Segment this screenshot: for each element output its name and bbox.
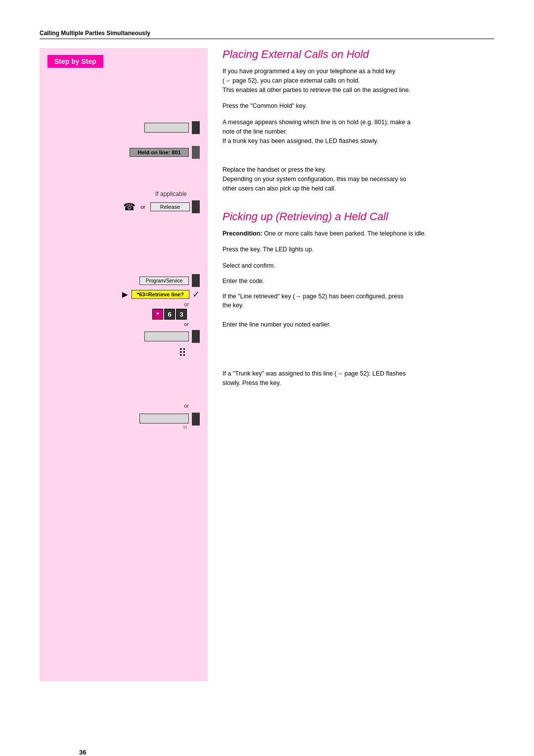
pickup-step5-block: Enter the line number you noted earlier.	[222, 320, 494, 330]
checkmark-icon: ✓	[192, 289, 200, 300]
pickup-step3-block: Enter the code.	[222, 277, 494, 286]
keypad-grid-icon: ⠿	[178, 347, 187, 359]
left-sidebar: Step by Step Held on line: 801 If applic…	[40, 48, 208, 681]
step1-block: Press the "Common Hold" key.	[222, 101, 494, 111]
arrow-right-3: →	[337, 370, 343, 377]
precondition-block: Precondition: One or more calls have bee…	[222, 229, 494, 238]
pickup-step2-text: Select and confirm.	[222, 261, 494, 271]
key-star: *	[152, 309, 163, 320]
or-label-1: or	[47, 301, 200, 307]
or-handset: or	[140, 204, 145, 210]
release-indicator	[192, 200, 200, 213]
step2-text: A message appears showing which line is …	[222, 118, 494, 145]
handset-release-row: ☎ or Release	[47, 200, 200, 213]
common-hold-key-row	[47, 121, 200, 134]
page-header: Calling Multiple Parties Simultaneously	[40, 30, 494, 39]
pickup-step2-block: Select and confirm.	[222, 261, 494, 271]
retrieve-line-box: *63=Retrieve line?	[132, 290, 189, 299]
arrow-marker: ▶	[122, 290, 128, 298]
line-retrieved-key	[144, 331, 189, 341]
intro-line2: (→ page 52), you can place external call…	[222, 77, 360, 84]
section1-title: Placing External Calls on Hold	[222, 48, 494, 61]
header-title: Calling Multiple Parties Simultaneously	[40, 30, 150, 37]
pickup-step3-text: Enter the code.	[222, 277, 494, 286]
held-on-line-box: Held on line: 801	[130, 148, 189, 157]
step1-text: Press the "Common Hold" key.	[222, 101, 494, 111]
pickup-step1-text: Press the key. The LED lights up.	[222, 245, 494, 254]
key-indicator-1	[192, 121, 200, 134]
if-applicable-label: If applicable	[47, 190, 200, 197]
retrieve-line-row: ▶ *63=Retrieve line? ✓	[47, 289, 200, 300]
section-placing-calls: Placing External Calls on Hold If you ha…	[222, 48, 494, 193]
precondition-bold: Precondition:	[222, 230, 263, 237]
right-content: Placing External Calls on Hold If you ha…	[208, 48, 494, 681]
trunk-key-row: ⌇⌇	[47, 413, 200, 425]
section-picking-up: Picking up (Retrieving) a Held Call Prec…	[222, 210, 494, 388]
page-number: 36	[79, 749, 86, 756]
pickup-step4-text: If the "Line retrieved" key (→ page 52) …	[222, 292, 494, 311]
keypad-grid-area: ⠿	[47, 347, 200, 360]
pickup-step4-block: If the "Line retrieved" key (→ page 52) …	[222, 292, 494, 311]
held-indicator	[192, 146, 200, 159]
trunk-key	[139, 414, 189, 424]
line-retrieved-key-row	[47, 330, 200, 343]
step2-block: A message appears showing which line is …	[222, 118, 494, 145]
step3-block: Replace the handset or press the key. De…	[222, 165, 494, 193]
program-service-key: Program/Service	[139, 277, 189, 285]
common-hold-key	[144, 123, 189, 133]
step-by-step-banner: Step by Step	[47, 55, 103, 68]
trunk-indicator-square	[192, 413, 200, 425]
pickup-step6-text: If a "Trunk key" was assigned to this li…	[222, 369, 494, 388]
program-service-row: Program/Service	[47, 274, 200, 287]
keypad-code-row: * 6 3	[47, 309, 200, 320]
handset-icon: ☎	[123, 201, 135, 213]
held-on-line-row: Held on line: 801	[47, 146, 200, 159]
release-key: Release	[150, 202, 190, 211]
arrow-right-1: →	[224, 77, 231, 84]
arrow-right-2: →	[295, 293, 301, 300]
line-retrieved-indicator	[192, 330, 200, 343]
intro-line1: If you have programmed a key on your tel…	[222, 68, 396, 75]
section2-title: Picking up (Retrieving) a Held Call	[222, 210, 494, 223]
main-layout: Step by Step Held on line: 801 If applic…	[40, 48, 494, 681]
intro-line3: This enables all other parties to retrie…	[222, 87, 410, 94]
step3-text: Replace the handset or press the key. De…	[222, 165, 494, 193]
or-label-3: or	[47, 403, 200, 409]
program-service-indicator	[192, 274, 200, 287]
trunk-indicator: ⌇⌇	[183, 425, 187, 430]
pickup-step1-block: Press the key. The LED lights up.	[222, 245, 494, 254]
key-six: 6	[164, 309, 175, 320]
precondition-text: One or more calls have been parked. The …	[263, 230, 426, 237]
key-three: 3	[176, 309, 187, 320]
or-label-2: or	[47, 321, 200, 327]
section1-intro: If you have programmed a key on your tel…	[222, 67, 494, 94]
pickup-step6-block: If a "Trunk key" was assigned to this li…	[222, 369, 494, 388]
pickup-step5-text: Enter the line number you noted earlier.	[222, 320, 494, 330]
